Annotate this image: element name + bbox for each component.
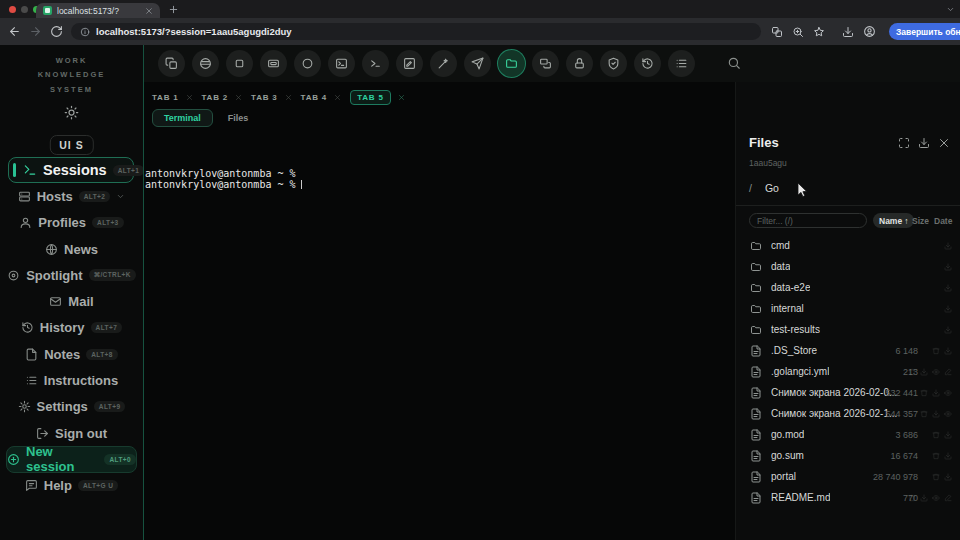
file-row-снимок-экрана-2026-02-0...[interactable]: Снимок экрана 2026-02-0... 532 441 [736, 382, 960, 403]
zoom-icon[interactable] [792, 26, 804, 38]
terminal-output[interactable]: antonvkrylov@antonmba ~ %antonvkrylov@an… [145, 133, 732, 191]
sidebar-item-profiles[interactable]: Profiles ALT+3 [0, 210, 143, 236]
file-row-go.sum[interactable]: go.sum 16 674 [736, 445, 960, 466]
tab-tab-2[interactable]: TAB 2 [202, 91, 243, 104]
back-icon[interactable] [8, 25, 21, 38]
trash-icon[interactable] [908, 368, 916, 376]
download-icon[interactable] [944, 305, 952, 313]
sidebar-item-notes[interactable]: Notes ALT+8 [0, 341, 143, 367]
column-header-date[interactable]: Date [934, 216, 952, 226]
tab-tab-4[interactable]: TAB 4 [301, 91, 342, 104]
subtab-files[interactable]: Files [228, 113, 249, 123]
sidebar-item-instructions[interactable]: Instructions [0, 367, 143, 393]
eye-icon[interactable] [932, 494, 940, 502]
sidebar-item-sign-out[interactable]: Sign out [0, 420, 143, 446]
group-knowledge[interactable]: KNOWLEDGE [38, 68, 106, 83]
download-icon[interactable] [944, 473, 952, 481]
download-icon[interactable] [920, 368, 928, 376]
tab-tab-3[interactable]: TAB 3 [251, 91, 292, 104]
file-name[interactable]: test-results [771, 324, 820, 335]
file-name[interactable]: data [771, 261, 790, 272]
file-name[interactable]: internal [771, 303, 804, 314]
close-tab-icon[interactable] [235, 94, 242, 101]
theme-toggle-sun-icon[interactable] [64, 105, 79, 120]
downloads-icon[interactable] [842, 26, 854, 38]
subtab-terminal[interactable]: Terminal [152, 109, 213, 127]
file-name[interactable]: README.md [771, 492, 830, 503]
forward-icon[interactable] [29, 25, 42, 38]
file-row-go.mod[interactable]: go.mod 3 686 [736, 424, 960, 445]
file-name[interactable]: portal [771, 471, 796, 482]
toolbar-button-[interactable] [260, 50, 287, 77]
toolbar-button-[interactable] [668, 50, 695, 77]
tab-label[interactable]: TAB 3 [251, 91, 278, 104]
trash-icon[interactable] [932, 473, 940, 481]
toolbar-button-[interactable] [464, 50, 491, 77]
toolbar-button-[interactable] [430, 50, 457, 77]
browser-tab[interactable]: localhost:5173/? [36, 3, 160, 18]
expand-icon[interactable] [898, 137, 910, 149]
download-icon[interactable] [944, 431, 952, 439]
close-tab-icon[interactable] [285, 94, 292, 101]
sidebar-item-settings[interactable]: Settings ALT+9 [0, 394, 143, 420]
file-name[interactable]: cmd [771, 240, 790, 251]
profile-avatar-icon[interactable] [863, 25, 876, 38]
address-bar[interactable]: localhost:5173/?session=1aau5agugdi2duy [71, 23, 761, 40]
eye-icon[interactable] [944, 410, 952, 418]
file-row-data-e2e[interactable]: data-e2e [736, 277, 960, 298]
tab-label[interactable]: TAB 2 [202, 91, 229, 104]
download-icon[interactable] [944, 242, 952, 250]
breadcrumb-current[interactable]: Go [765, 182, 779, 194]
file-row-.golangci.yml[interactable]: .golangci.yml 213 [736, 361, 960, 382]
download-icon[interactable] [944, 452, 952, 460]
chevron-down-icon[interactable] [946, 5, 955, 14]
sidebar-item-hosts[interactable]: Hosts ALT+2 [0, 183, 143, 209]
toolbar-button-[interactable] [566, 50, 593, 77]
bookmark-star-icon[interactable] [813, 26, 825, 38]
file-name[interactable]: Снимок экрана 2026-02-1... [771, 408, 897, 419]
url-text[interactable]: localhost:5173/?session=1aau5agugdi2duy [96, 26, 292, 37]
download-icon[interactable] [944, 326, 952, 334]
tab-tab-1[interactable]: TAB 1 [152, 91, 193, 104]
sidebar-item-new-session[interactable]: New session ALT+0 [6, 446, 137, 472]
file-row-test-results[interactable]: test-results [736, 319, 960, 340]
eye-icon[interactable] [932, 368, 940, 376]
download-icon[interactable] [944, 347, 952, 355]
workspace-badge[interactable]: UI S [49, 135, 93, 155]
close-tab-icon[interactable] [186, 94, 193, 101]
site-info-icon[interactable] [80, 27, 90, 37]
tab-label[interactable]: TAB 4 [301, 91, 328, 104]
file-name[interactable]: data-e2e [771, 282, 810, 293]
chevron-down-icon[interactable] [116, 192, 125, 201]
toolbar-button-[interactable] [328, 50, 355, 77]
toolbar-button-[interactable] [498, 50, 525, 77]
download-icon[interactable] [918, 137, 930, 149]
column-header-size[interactable]: Size [912, 216, 929, 226]
download-icon[interactable] [932, 389, 940, 397]
group-system[interactable]: SYSTEM [50, 82, 93, 97]
trash-icon[interactable] [920, 410, 928, 418]
download-icon[interactable] [944, 263, 952, 271]
sidebar-item-help[interactable]: Help ALT+G U [0, 473, 143, 499]
minimize-window-button[interactable] [21, 6, 28, 13]
toolbar-button-[interactable] [226, 50, 253, 77]
toolbar-button-[interactable] [396, 50, 423, 77]
reload-icon[interactable] [50, 25, 63, 38]
file-row-снимок-экрана-2026-02-1...[interactable]: Снимок экрана 2026-02-1... 544 357 [736, 403, 960, 424]
toolbar-button-[interactable] [362, 50, 389, 77]
tab-label[interactable]: TAB 1 [152, 91, 179, 104]
toolbar-button-[interactable] [532, 50, 559, 77]
file-row-.ds-store[interactable]: .DS_Store 6 148 [736, 340, 960, 361]
pencil-icon[interactable] [944, 368, 952, 376]
sidebar-item-sessions[interactable]: Sessions ALT+1 [8, 157, 134, 183]
search-icon[interactable] [727, 56, 741, 70]
new-tab-button[interactable] [168, 4, 179, 15]
file-name[interactable]: go.sum [771, 450, 804, 461]
toolbar-button-[interactable] [158, 50, 185, 77]
file-row-cmd[interactable]: cmd [736, 235, 960, 256]
group-work[interactable]: WORK [56, 53, 88, 68]
trash-icon[interactable] [932, 452, 940, 460]
sidebar-item-history[interactable]: History ALT+7 [0, 315, 143, 341]
sidebar-item-spotlight[interactable]: Spotlight ⌘/CTRL+K [0, 262, 143, 288]
close-tab-icon[interactable] [398, 94, 405, 101]
